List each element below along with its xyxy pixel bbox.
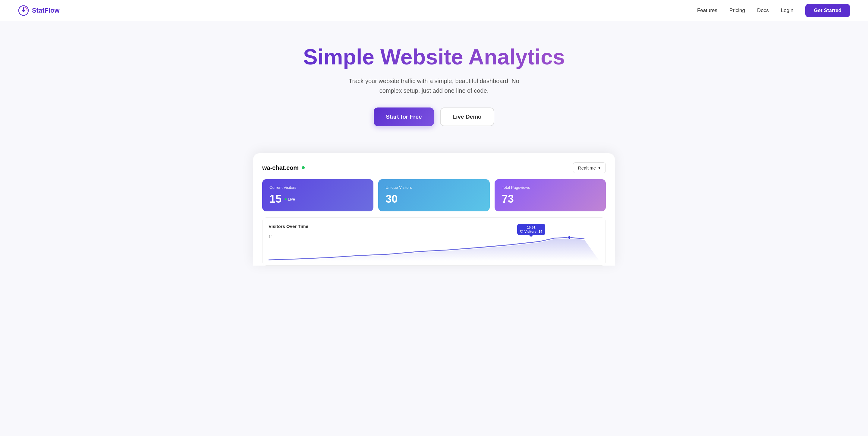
stat-label-unique: Unique Visitors — [385, 185, 482, 190]
start-for-free-button[interactable]: Start for Free — [374, 107, 434, 126]
chart-tooltip: 15:51 Visitors: 14 — [517, 224, 545, 235]
stat-cards: Current Visitors 15 Live Unique Visitors… — [262, 179, 606, 211]
realtime-label: Realtime — [578, 165, 596, 170]
stat-card-current-visitors: Current Visitors 15 Live — [262, 179, 373, 211]
stat-value-pageviews: 73 — [502, 193, 598, 205]
svg-point-1 — [22, 9, 25, 12]
logo-text: StatFlow — [32, 7, 60, 14]
live-badge: Live — [284, 197, 295, 201]
pageviews-number: 73 — [502, 193, 514, 205]
site-name: wa-chat.com — [262, 164, 305, 171]
hero-subtitle: Track your website traffic with a simple… — [344, 76, 524, 96]
nav-docs[interactable]: Docs — [757, 7, 769, 13]
dashboard-header: wa-chat.com Realtime ▾ — [262, 162, 606, 173]
stat-label-current: Current Visitors — [270, 185, 366, 190]
stat-label-pageviews: Total Pageviews — [502, 185, 598, 190]
logo-icon — [18, 5, 29, 16]
chart-title: Visitors Over Time — [269, 224, 599, 229]
svg-rect-3 — [521, 230, 523, 232]
visitors-chart — [269, 232, 599, 263]
tooltip-time: 15:51 — [527, 226, 535, 229]
nav-pricing[interactable]: Pricing — [730, 7, 745, 13]
nav-login[interactable]: Login — [781, 7, 794, 13]
tooltip-arrow — [529, 235, 533, 237]
unique-visitors-number: 30 — [385, 193, 398, 205]
hero-title-part2: Analytics — [468, 45, 565, 69]
logo-link[interactable]: StatFlow — [18, 5, 60, 16]
chart-area: Visitors Over Time 14 15:51 Visitors: 14 — [262, 217, 606, 266]
stat-card-unique-visitors: Unique Visitors 30 — [378, 179, 490, 211]
hero-section: Simple Website Analytics Track your webs… — [0, 21, 868, 141]
get-started-button[interactable]: Get Started — [805, 4, 850, 17]
chevron-down-icon: ▾ — [598, 165, 601, 170]
live-badge-dot — [284, 198, 287, 200]
site-name-text: wa-chat.com — [262, 164, 299, 171]
current-visitors-number: 15 — [270, 193, 281, 205]
live-indicator-dot — [302, 166, 305, 169]
realtime-dropdown[interactable]: Realtime ▾ — [573, 162, 606, 173]
chart-y-label: 14 — [269, 235, 273, 239]
svg-point-2 — [568, 236, 571, 239]
navbar: StatFlow Features Pricing Docs Login Get… — [0, 0, 868, 21]
nav-links: Features Pricing Docs Login Get Started — [697, 4, 850, 17]
live-demo-button[interactable]: Live Demo — [440, 107, 494, 126]
stat-card-pageviews: Total Pageviews 73 — [495, 179, 606, 211]
tooltip-visitors-text: Visitors: 14 — [524, 230, 542, 233]
hero-title: Simple Website Analytics — [6, 45, 862, 69]
stat-value-current: 15 Live — [270, 193, 366, 205]
tooltip-visitors: Visitors: 14 — [520, 230, 542, 233]
monitor-icon — [520, 230, 523, 233]
stat-value-unique: 30 — [385, 193, 482, 205]
dashboard-preview: wa-chat.com Realtime ▾ Current Visitors … — [253, 153, 615, 266]
hero-title-part1: Simple Website — [303, 45, 463, 69]
live-badge-text: Live — [288, 197, 295, 201]
hero-buttons: Start for Free Live Demo — [6, 107, 862, 126]
nav-features[interactable]: Features — [697, 7, 717, 13]
